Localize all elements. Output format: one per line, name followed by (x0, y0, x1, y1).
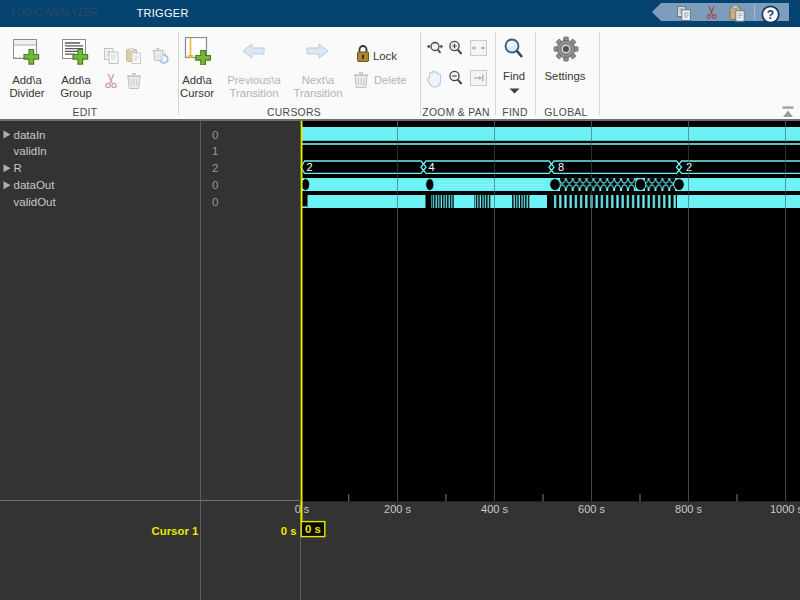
svg-text:0 s: 0 s (281, 525, 297, 537)
svg-text:dataIn: dataIn (14, 129, 46, 141)
svg-text:validIn: validIn (14, 145, 47, 157)
svg-text:1000 s: 1000 s (770, 503, 800, 515)
svg-text:dataOut: dataOut (14, 179, 56, 191)
svg-text:0: 0 (212, 196, 218, 208)
svg-text:8: 8 (558, 161, 564, 173)
svg-text:2: 2 (686, 161, 692, 173)
svg-text:400 s: 400 s (481, 503, 508, 515)
svg-text:2: 2 (307, 161, 313, 173)
svg-text:0 s: 0 s (305, 523, 321, 535)
svg-text:Cursor 1: Cursor 1 (152, 525, 200, 537)
svg-text:600 s: 600 s (578, 503, 605, 515)
svg-text:800 s: 800 s (675, 503, 702, 515)
svg-text:0: 0 (212, 179, 218, 191)
svg-text:0: 0 (212, 129, 218, 141)
svg-text:1: 1 (212, 145, 218, 157)
svg-text:validOut: validOut (14, 196, 57, 208)
svg-text:?: ? (767, 7, 774, 21)
svg-text:R: R (14, 162, 22, 174)
svg-text:200 s: 200 s (384, 503, 411, 515)
svg-text:4: 4 (429, 161, 435, 173)
svg-text:2: 2 (212, 162, 218, 174)
